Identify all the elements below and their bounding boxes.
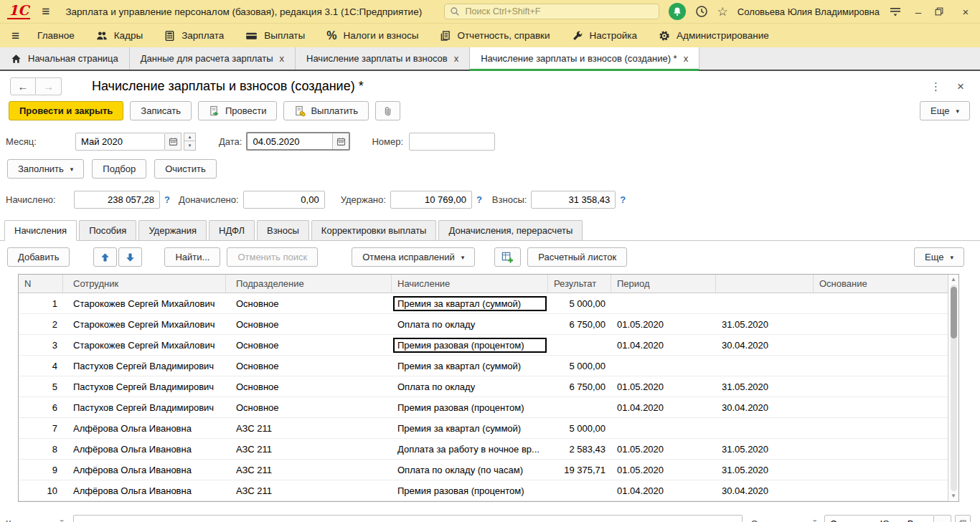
tab-deductions[interactable]: Удержания <box>138 220 207 240</box>
form-more-button[interactable]: Еще ▾ <box>920 101 970 120</box>
cell-accrual[interactable]: Премия разовая (процентом) <box>392 400 548 415</box>
date-field[interactable] <box>248 133 332 149</box>
scroll-up-icon[interactable]: ▲ <box>951 277 956 283</box>
menu-item-otchetnost[interactable]: Отчетность, справки <box>429 24 560 47</box>
cell-n[interactable]: 2 <box>19 319 63 330</box>
cell-n[interactable]: 1 <box>19 298 63 309</box>
cell-department[interactable]: АЗС 211 <box>226 444 392 455</box>
table-row[interactable]: 2 Старокожев Сергей Михайлович Основное … <box>19 314 948 335</box>
cell-n[interactable]: 5 <box>19 381 63 392</box>
month-step-up-icon[interactable]: ▴ <box>184 133 196 142</box>
cell-department[interactable]: Основное <box>226 340 392 351</box>
col-n[interactable]: N <box>19 275 63 293</box>
tab-payment-adjustments[interactable]: Корректировки выплаты <box>311 220 437 240</box>
menu-item-glavnoe[interactable]: Главное <box>27 24 85 47</box>
cell-n[interactable]: 10 <box>19 485 63 496</box>
back-button[interactable]: ← <box>10 77 36 95</box>
cell-n[interactable]: 3 <box>19 340 63 351</box>
cell-result[interactable]: 5 000,00 <box>548 361 611 371</box>
month-field[interactable] <box>75 133 165 151</box>
cell-employee[interactable]: Пастухов Сергей Владимирович <box>63 381 226 392</box>
cell-employee[interactable]: Алфёрова Ольга Ивановна <box>63 444 226 455</box>
forward-button[interactable]: → <box>36 77 62 95</box>
tab-payroll-data[interactable]: Данные для расчета зарплаты x <box>130 47 296 70</box>
cell-period-end[interactable]: 31.05.2020 <box>716 319 814 330</box>
cell-period-start[interactable]: 01.04.2020 <box>611 485 716 496</box>
tab-ndfl[interactable]: НДФЛ <box>209 220 255 240</box>
table-row[interactable]: 3 Старокожев Сергей Михайлович Основное … <box>19 335 948 356</box>
cell-period-end[interactable]: 31.05.2020 <box>716 381 814 392</box>
cell-period-start[interactable]: 01.04.2020 <box>611 402 716 413</box>
cell-accrual[interactable]: Оплата по окладу <box>392 379 548 394</box>
cell-employee[interactable]: Старокожев Сергей Михайлович <box>63 319 226 330</box>
add-table-button[interactable] <box>494 247 521 267</box>
tab-close-icon[interactable]: x <box>684 53 689 64</box>
additional-field[interactable] <box>243 191 325 209</box>
cell-employee[interactable]: Алфёрова Ольга Ивановна <box>63 423 226 434</box>
cell-result[interactable]: 2 583,43 <box>548 444 611 455</box>
user-name[interactable]: Соловьева Юлия Владимировна <box>738 6 880 17</box>
col-period-end[interactable] <box>716 275 814 293</box>
1c-logo[interactable]: 1С <box>7 4 30 19</box>
cell-period-end[interactable]: 30.04.2020 <box>716 402 814 413</box>
tab-accrual-new[interactable]: Начисление зарплаты и взносов (создание)… <box>470 47 699 70</box>
tab-contributions[interactable]: Взносы <box>257 220 309 240</box>
cell-result[interactable]: 6 750,00 <box>548 319 611 330</box>
restore-button[interactable] <box>935 7 949 16</box>
menu-item-kadry[interactable]: Кадры <box>85 24 154 47</box>
search-input[interactable] <box>464 6 654 17</box>
attachments-button[interactable] <box>375 101 400 120</box>
cell-employee[interactable]: Старокожев Сергей Михайлович <box>63 298 226 309</box>
col-department[interactable]: Подразделение <box>226 275 392 293</box>
history-button[interactable] <box>695 5 708 18</box>
scrollbar-thumb[interactable] <box>951 287 957 338</box>
cell-department[interactable]: АЗС 211 <box>226 423 392 434</box>
cell-n[interactable]: 6 <box>19 402 63 413</box>
table-row[interactable]: 8 Алфёрова Ольга Ивановна АЗС 211 Доплат… <box>19 439 948 460</box>
cell-period-start[interactable]: 01.05.2020 <box>611 465 716 475</box>
table-more-button[interactable]: Еще ▾ <box>914 247 964 267</box>
form-more-icon[interactable]: ⋮ <box>930 80 941 93</box>
cell-employee[interactable]: Алфёрова Ольга Ивановна <box>63 485 226 496</box>
contributions-help-icon[interactable]: ? <box>620 194 626 205</box>
tab-recalculations[interactable]: Доначисления, перерасчеты <box>438 220 583 240</box>
cell-period-end[interactable]: 31.05.2020 <box>716 444 814 455</box>
menu-item-administrirovanie[interactable]: Администрирование <box>648 24 780 47</box>
pick-button[interactable]: Подбор <box>92 159 146 179</box>
col-period[interactable]: Период <box>611 275 716 293</box>
tab-accruals[interactable]: Начисления <box>4 220 77 241</box>
withheld-field[interactable] <box>390 191 472 209</box>
form-close-icon[interactable]: × <box>957 80 964 94</box>
service-menu-button[interactable] <box>889 6 902 17</box>
cell-accrual[interactable]: Премия за квартал (суммой) <box>392 296 548 311</box>
accrued-field[interactable] <box>74 191 160 209</box>
withheld-help-icon[interactable]: ? <box>476 194 482 205</box>
pay-button[interactable]: Выплатить <box>283 101 369 120</box>
cell-period-end[interactable]: 30.04.2020 <box>716 340 814 351</box>
cell-result[interactable]: 5 000,00 <box>548 298 611 309</box>
col-accrual[interactable]: Начисление <box>392 275 548 293</box>
table-row[interactable]: 7 Алфёрова Ольга Ивановна АЗС 211 Премия… <box>19 418 948 439</box>
clear-button[interactable]: Очистить <box>154 159 217 179</box>
table-row[interactable]: 5 Пастухов Сергей Владимирович Основное … <box>19 376 948 397</box>
sections-panel-icon[interactable]: ≡ <box>4 28 27 44</box>
comment-field[interactable] <box>73 515 743 522</box>
add-row-button[interactable]: Добавить <box>7 247 70 267</box>
tab-close-icon[interactable]: x <box>454 53 459 64</box>
cell-result[interactable]: 5 000,00 <box>548 423 611 434</box>
notifications-button[interactable] <box>669 3 686 20</box>
responsible-open-button[interactable] <box>955 515 971 522</box>
cell-period-start[interactable]: 01.05.2020 <box>611 381 716 392</box>
cell-accrual[interactable]: Премия за квартал (суммой) <box>392 421 548 436</box>
table-row[interactable]: 9 Алфёрова Ольга Ивановна АЗС 211 Оплата… <box>19 460 948 480</box>
tab-accrual-list[interactable]: Начисление зарплаты и взносов x <box>296 47 470 70</box>
accrued-help-icon[interactable]: ? <box>164 194 170 205</box>
contributions-field[interactable] <box>531 191 616 209</box>
responsible-field[interactable] <box>824 515 934 522</box>
table-row[interactable]: 4 Пастухов Сергей Владимирович Основное … <box>19 356 948 376</box>
tab-home[interactable]: Начальная страница <box>0 47 130 70</box>
cell-employee[interactable]: Пастухов Сергей Владимирович <box>63 402 226 413</box>
find-button[interactable]: Найти... <box>164 247 220 267</box>
cell-employee[interactable]: Старокожев Сергей Михайлович <box>63 340 226 351</box>
col-employee[interactable]: Сотрудник <box>63 275 226 293</box>
